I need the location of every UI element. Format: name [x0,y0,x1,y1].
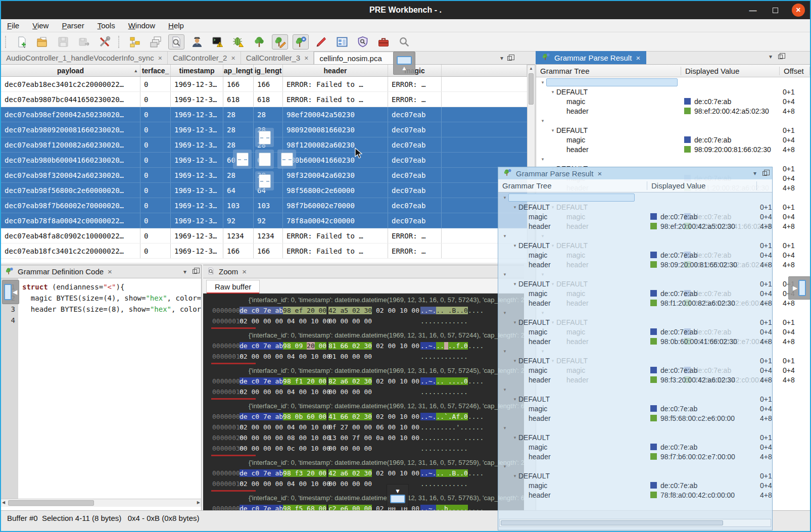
menu-item-window[interactable]: Window [128,21,155,30]
tree-node-default[interactable]: ▾DEFAULT0+1 [498,279,772,288]
menu-item-view[interactable]: View [32,21,49,30]
shield-search-button[interactable] [355,34,371,50]
dock-cross-left[interactable] [233,150,252,169]
menu-item-parser[interactable]: Parser [62,21,84,30]
column-header-timestamp[interactable]: timestamp [171,65,223,76]
run-grammar-tree-button[interactable] [293,34,309,50]
tree-field-magic[interactable]: magicde:c0:7e:ab0+4 [536,135,810,144]
floating-parse-result-window[interactable]: Grammar Parse Result × ▾ Grammar Tree Di… [498,167,773,530]
tree-field-header[interactable]: header98:09:20:00:81:66:02:304+8 [536,144,810,154]
hex-line[interactable]: 00000000de c0 7e ab98 09 20 0081 66 02 3… [203,341,524,351]
hex-line[interactable]: 00000000de c0 7e ab98 f1 20 0082 a6 02 3… [203,376,524,386]
float-panel-icon[interactable] [193,269,197,274]
menu-item-file[interactable]: File [7,21,19,30]
hex-line[interactable]: 0000001002 00 00 00 04 00 10 0001 00 00 … [203,351,524,362]
tools-button[interactable] [97,34,113,50]
scrollbar-thumb[interactable] [8,500,94,506]
edit-grammar-tree-button[interactable] [272,34,288,50]
tree-node-row[interactable]: ▾ [536,154,810,164]
tree-node-row[interactable]: ▾ [498,308,772,317]
toolbox-button[interactable] [375,34,392,50]
scroll-up-icon[interactable]: ▲ [528,65,535,72]
col-grammar-tree[interactable]: Grammar Tree [498,181,647,190]
hex-dump-view[interactable]: {'interface_id': 0, 'timestamp': datetim… [203,294,524,510]
dock-drop-indicator-left[interactable]: ◀ [2,280,19,304]
hex-line[interactable]: 0000001002 00 00 00 04 00 10 0000 00 00 … [203,386,524,397]
tree-field-header[interactable]: header98:0b:60:00:41:66:02:304+8 [498,336,772,346]
tree-field-magic[interactable]: magicde:c0:7e:ab0+4 [498,327,772,336]
col-grammar-tree[interactable]: Grammar Tree [536,67,681,75]
window-layout-button[interactable] [334,34,350,50]
tree-field-header[interactable]: header78:f8:a0:00:42:c0:00:004+8 [498,490,772,500]
table-row[interactable]: dec07eab18fc3401c2c20000022…01969-12-3…1… [1,244,527,259]
debug-bug-button[interactable] [230,34,247,50]
tree-node-default[interactable]: ▾DEFAULT0+1 [536,87,810,96]
zoom-tabbar[interactable]: Zoom × [203,265,524,278]
column-header-ap_lengt[interactable]: ap_lengt [223,65,254,76]
zoom-document-button[interactable] [168,34,184,50]
close-tab-icon[interactable]: × [636,54,640,62]
window-titlebar[interactable]: PRE Workbench - . — × [1,1,810,19]
code-line[interactable]: struct (endianness="<"){ [22,281,201,293]
tree-field-magic[interactable]: magicde:c0:7e:ab0+4 [498,442,772,452]
maximize-button[interactable] [770,5,781,16]
code-line[interactable] [22,315,201,326]
tree-node-row[interactable]: ▾ [498,231,772,240]
code-hscrollbar[interactable]: ◀ ▶ [1,499,201,507]
hex-line[interactable]: 00000000de c0 7e ab98 ef 20 0042 a5 02 3… [203,305,524,316]
tree-node-row[interactable]: ▾ [498,384,772,394]
scrollbar-thumb[interactable] [529,73,534,105]
code-line[interactable]: header BYTES(size=(8), show="hex", color [22,304,201,315]
tab-CallController_2[interactable]: CallController_2× [168,52,241,64]
dock-drop-indicator-right[interactable]: ▶ [788,276,810,300]
tab-AudioController_1_handleVocoderInfo_sync[interactable]: AudioController_1_handleVocoderInfo_sync… [1,52,168,64]
tree-field-magic[interactable]: magicde:c0:7e:ab0+4 [498,212,772,221]
hex-line[interactable]: 0000001002 00 00 00 04 00 10 0000 00 00 … [203,478,524,489]
tree-node-default[interactable]: ▾DEFAULT0+1 [498,394,772,404]
tree-field-magic[interactable]: magicde:c0:7e:ab0+4 [498,288,772,298]
dock-cross-bottom[interactable] [255,171,274,190]
hex-line[interactable]: 0000003000 00 00 00 0c 00 10 0000 00 00 … [203,443,524,454]
table-row[interactable]: dec07eab48fa8c0902c10000022…01969-12-3…1… [1,228,527,244]
search-button[interactable] [396,34,412,50]
menu-item-tools[interactable]: Tools [98,21,115,30]
table-row[interactable]: dec07eab9807bc0441650230020…01969-12-3…6… [1,92,527,107]
hex-line[interactable]: 00000000de c0 7e ab98 0b 60 0041 66 02 3… [203,411,524,422]
hex-line[interactable]: 00000000de c0 7e ab98 f5 68 00c2 e6 00 0… [203,503,524,510]
close-tab-icon[interactable]: × [304,54,308,62]
tree-field-header[interactable]: header98:ef:20:00:42:a5:02:304+8 [536,106,810,116]
grammar-code-tabbar[interactable]: Grammar Definition Code × ▾ [1,265,201,278]
close-tab-icon[interactable]: × [108,267,112,276]
open-folder-button[interactable] [34,34,51,50]
col-displayed-value[interactable]: Displayed Value [647,181,757,190]
hex-line[interactable]: 0000001002 00 00 00 04 00 10 0000 00 00 … [203,316,524,326]
terminal-warning-button[interactable] [210,34,226,50]
code-editor[interactable]: 1234 struct (endianness="<"){ magic BYTE… [1,278,201,499]
parse-tree-button[interactable] [251,34,267,50]
tree-node-row[interactable]: ▾ [498,461,772,471]
table-row[interactable]: dec07eab18ec3401c2c20000022…01969-12-3…1… [1,77,527,92]
close-tab-icon[interactable]: × [242,267,247,276]
column-header-ig_lengt[interactable]: ig_lengt [254,65,283,76]
user-agent-button[interactable] [189,34,205,50]
scroll-left-icon[interactable]: ◀ [2,500,5,505]
marker-pen-button[interactable] [313,34,329,50]
close-button[interactable]: × [792,4,805,17]
tree-node-default[interactable]: ▾DEFAULT0+1 [498,356,772,365]
tree-field-header[interactable]: header98:09:20:00:81:66:02:304+8 [498,260,772,269]
column-header-header[interactable]: header [283,65,388,76]
panel-menu-icon[interactable]: ▾ [753,170,756,177]
close-tab-icon[interactable]: × [158,54,162,62]
dock-drop-indicator-top[interactable]: ▲ [393,52,415,75]
tree-field-magic[interactable]: magicde:c0:7e:ab0+4 [536,96,810,106]
float-panel-icon[interactable] [762,171,767,176]
hex-line[interactable]: 00000000de c0 7e ab98 f3 20 0042 a6 02 3… [203,468,524,478]
col-offset[interactable]: Offset [780,67,810,75]
tree-node-row[interactable]: ▾ [536,116,810,125]
tree-node-row[interactable]: ▾ [498,346,772,356]
table-row[interactable]: dec07eab78f8a00042c00000022…01969-12-3…9… [1,213,527,228]
cascade-windows-button[interactable] [148,34,164,50]
undock-panel-icon[interactable] [507,56,512,61]
column-header-terface_[interactable]: terface_ [140,65,171,76]
dock-cross-right[interactable] [277,150,296,169]
